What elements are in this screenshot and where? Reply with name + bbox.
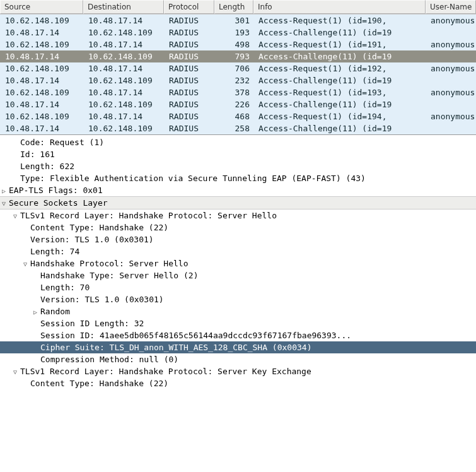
detail-text: Length: 622: [20, 162, 74, 171]
detail-text: Random: [40, 307, 70, 316]
detail-tree-item[interactable]: ▷Compression Method: null (0): [0, 353, 476, 365]
detail-text: Type: Flexible Authentication via Secure…: [20, 174, 366, 183]
expand-open-icon[interactable]: ▽: [11, 213, 19, 220]
packet-row[interactable]: 10.62.148.10910.48.17.14RADIUS468Access-…: [0, 110, 476, 122]
cell-username: anonymous: [426, 38, 476, 50]
packet-row[interactable]: 10.48.17.1410.62.148.109RADIUS258Access-…: [0, 122, 476, 134]
packet-row[interactable]: 10.48.17.1410.62.148.109RADIUS793Access-…: [0, 50, 476, 62]
cell-length: 378: [214, 86, 253, 98]
cell-protocol: RADIUS: [164, 27, 214, 38]
detail-text: Content Type: Handshake (22): [30, 379, 168, 388]
packet-row[interactable]: 10.62.148.10910.48.17.14RADIUS706Access-…: [0, 62, 476, 74]
cell-info: Access-Request(1) (id=190,: [253, 15, 426, 27]
detail-text: EAP-TLS Flags: 0x01: [9, 186, 103, 195]
detail-tree-item[interactable]: ▷Content Type: Handshake (22): [0, 377, 476, 389]
cell-info: Access-Challenge(11) (id=19: [253, 50, 426, 62]
column-header-username[interactable]: User-Name: [426, 0, 476, 14]
detail-tree-item[interactable]: ▷Length: 74: [0, 245, 476, 257]
cell-length: 498: [214, 38, 253, 50]
cell-source: 10.48.17.14: [0, 27, 83, 38]
detail-tree-item[interactable]: ▽TLSv1 Record Layer: Handshake Protocol:…: [0, 209, 476, 221]
expand-closed-icon[interactable]: ▷: [0, 187, 8, 194]
cell-source: 10.48.17.14: [0, 122, 83, 134]
cell-username: anonymous: [426, 86, 476, 98]
detail-tree-item[interactable]: ▷Id: 161: [0, 148, 476, 160]
packet-row[interactable]: 10.62.148.10910.48.17.14RADIUS301Access-…: [0, 15, 476, 27]
detail-text: Version: TLS 1.0 (0x0301): [40, 295, 164, 304]
detail-tree-item[interactable]: ▷Cipher Suite: TLS_DH_anon_WITH_AES_128_…: [0, 341, 476, 353]
cell-source: 10.62.148.109: [0, 38, 83, 50]
column-header-length[interactable]: Length: [214, 0, 253, 14]
column-header-source[interactable]: Source: [0, 0, 83, 14]
packet-row[interactable]: 10.62.148.10910.48.17.14RADIUS498Access-…: [0, 38, 476, 50]
detail-text: Id: 161: [20, 150, 55, 159]
cell-username: [426, 98, 476, 110]
cell-username: anonymous: [426, 15, 476, 27]
cell-length: 258: [214, 122, 253, 134]
detail-tree-item[interactable]: ▷Handshake Type: Server Hello (2): [0, 269, 476, 281]
expand-open-icon[interactable]: ▽: [11, 369, 19, 375]
cell-length: 793: [214, 50, 253, 62]
cell-destination: 10.48.17.14: [83, 38, 164, 50]
cell-protocol: RADIUS: [164, 62, 214, 74]
cell-source: 10.62.148.109: [0, 86, 83, 98]
cell-length: 706: [214, 62, 253, 74]
detail-tree-item[interactable]: ▷Version: TLS 1.0 (0x0301): [0, 233, 476, 245]
cell-destination: 10.48.17.14: [83, 15, 164, 27]
cell-username: [426, 74, 476, 86]
cell-destination: 10.62.148.109: [83, 98, 164, 110]
cell-length: 301: [214, 15, 253, 27]
detail-tree-item[interactable]: ▷Length: 622: [0, 160, 476, 172]
cell-source: 10.48.17.14: [0, 98, 83, 110]
cell-destination: 10.48.17.14: [83, 86, 164, 98]
detail-tree-item[interactable]: ▷Type: Flexible Authentication via Secur…: [0, 172, 476, 184]
cell-info: Access-Request(1) (id=194,: [253, 110, 426, 122]
cell-username: [426, 50, 476, 62]
cell-username: anonymous: [426, 62, 476, 74]
detail-text: Length: 74: [30, 247, 79, 256]
cell-info: Access-Challenge(11) (id=19: [253, 74, 426, 86]
column-header-info[interactable]: Info: [253, 0, 426, 14]
column-header-destination[interactable]: Destination: [83, 0, 164, 14]
packet-row[interactable]: 10.48.17.1410.62.148.109RADIUS193Access-…: [0, 27, 476, 38]
cell-protocol: RADIUS: [164, 86, 214, 98]
packet-rows-container: 10.62.148.10910.48.17.14RADIUS301Access-…: [0, 15, 476, 134]
detail-tree-item[interactable]: ▷Session ID Length: 32: [0, 317, 476, 329]
cell-username: [426, 27, 476, 38]
packet-details-pane: ▷Code: Request (1)▷Id: 161▷Length: 622▷T…: [0, 135, 476, 391]
column-header-protocol[interactable]: Protocol: [164, 0, 214, 14]
detail-text: Handshake Protocol: Server Hello: [30, 259, 188, 268]
cell-destination: 10.48.17.14: [83, 62, 164, 74]
detail-tree-item[interactable]: ▷Random: [0, 305, 476, 317]
detail-text: Length: 70: [40, 283, 90, 292]
cell-username: anonymous: [426, 110, 476, 122]
detail-text: Version: TLS 1.0 (0x0301): [30, 235, 154, 244]
detail-tree-item[interactable]: ▽Handshake Protocol: Server Hello: [0, 257, 476, 269]
detail-tree-item[interactable]: ▽Secure Sockets Layer: [0, 196, 476, 209]
expand-closed-icon[interactable]: ▷: [32, 309, 39, 316]
detail-text: Cipher Suite: TLS_DH_anon_WITH_AES_128_C…: [40, 343, 311, 352]
detail-text: Handshake Type: Server Hello (2): [40, 271, 198, 280]
packet-list-pane: Source Destination Protocol Length Info …: [0, 0, 476, 135]
packet-row[interactable]: 10.48.17.1410.62.148.109RADIUS232Access-…: [0, 74, 476, 86]
cell-destination: 10.62.148.109: [83, 74, 164, 86]
detail-tree-item[interactable]: ▷Session ID: 41aee5db065f48165c56144aa9d…: [0, 329, 476, 341]
detail-tree-item[interactable]: ▷Length: 70: [0, 281, 476, 293]
cell-protocol: RADIUS: [164, 122, 214, 134]
cell-length: 468: [214, 110, 253, 122]
detail-tree-item[interactable]: ▷Version: TLS 1.0 (0x0301): [0, 293, 476, 305]
expand-open-icon[interactable]: ▽: [0, 200, 8, 207]
detail-tree-item[interactable]: ▷Code: Request (1): [0, 136, 476, 148]
cell-source: 10.62.148.109: [0, 62, 83, 74]
detail-tree-item[interactable]: ▷EAP-TLS Flags: 0x01: [0, 184, 476, 196]
detail-text: TLSv1 Record Layer: Handshake Protocol: …: [20, 367, 311, 376]
cell-length: 226: [214, 98, 253, 110]
packet-row[interactable]: 10.62.148.10910.48.17.14RADIUS378Access-…: [0, 86, 476, 98]
cell-source: 10.48.17.14: [0, 50, 83, 62]
detail-tree-item[interactable]: ▽TLSv1 Record Layer: Handshake Protocol:…: [0, 365, 476, 377]
cell-protocol: RADIUS: [164, 15, 214, 27]
expand-open-icon[interactable]: ▽: [21, 261, 29, 268]
packet-row[interactable]: 10.48.17.1410.62.148.109RADIUS226Access-…: [0, 98, 476, 110]
detail-tree-item[interactable]: ▷Content Type: Handshake (22): [0, 221, 476, 233]
cell-destination: 10.62.148.109: [83, 27, 164, 38]
